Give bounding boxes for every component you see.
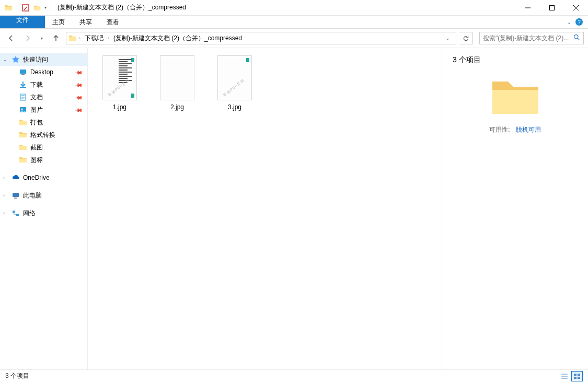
maximize-button[interactable] (540, 0, 564, 16)
desktop-icon (19, 68, 27, 76)
sidebar-onedrive[interactable]: › OneDrive (0, 171, 87, 184)
nav-back-button[interactable] (4, 31, 18, 45)
chevron-right-icon[interactable]: › (3, 193, 5, 198)
pin-icon: 📌 (75, 68, 83, 76)
sidebar-this-pc[interactable]: › 此电脑 (0, 189, 87, 202)
ribbon-tabs: 文件 主页 共享 查看 ⌄ ? (0, 16, 588, 29)
thumbnail: 极速PDF文档 (217, 55, 252, 100)
chevron-right-icon[interactable]: › (79, 36, 80, 41)
sidebar-quick-access[interactable]: ⌄ 快速访问 (0, 53, 87, 66)
svg-rect-13 (574, 374, 577, 376)
chevron-down-icon[interactable]: ⌄ (3, 57, 7, 62)
sidebar-item[interactable]: 格式转换 (0, 129, 87, 141)
view-details-button[interactable] (559, 371, 570, 381)
minimize-button[interactable] (516, 0, 540, 16)
tab-share[interactable]: 共享 (72, 16, 99, 28)
sidebar-item[interactable]: 截图 (0, 141, 87, 154)
sidebar-network[interactable]: › 网络 (0, 207, 87, 219)
thumbnail (160, 55, 194, 100)
sidebar-item[interactable]: 文档📌 (0, 91, 87, 103)
sidebar-item-label: 打包 (30, 118, 43, 127)
status-text: 3 个项目 (5, 372, 29, 380)
folder-icon (19, 131, 27, 139)
title-bar: ▾ (复制)-新建文本文档 (2)（合并）_compressed (0, 0, 588, 16)
sidebar-item[interactable]: Desktop📌 (0, 66, 87, 78)
sidebar-item[interactable]: 图标 (0, 154, 87, 166)
svg-rect-11 (13, 211, 15, 213)
svg-rect-12 (16, 214, 19, 216)
nav-recent-button[interactable]: ▾ (38, 31, 46, 45)
nav-pane: ⌄ 快速访问 Desktop📌下载📌文档📌图片📌打包格式转换截图图标 › One… (0, 48, 88, 369)
sidebar-item-label: OneDrive (23, 174, 50, 181)
file-item[interactable]: 2.jpg (155, 55, 200, 111)
details-title: 3 个项目 (453, 55, 578, 65)
thumbnail: 极速PDF文档 (102, 55, 137, 100)
search-input[interactable] (483, 34, 571, 42)
pictures-icon (19, 106, 27, 114)
network-icon (11, 209, 20, 217)
sidebar-item-label: 截图 (30, 143, 43, 152)
address-bar[interactable]: › 下载吧 › (复制)-新建文本文档 (2)（合并）_compressed ⌄ (66, 32, 456, 44)
svg-rect-10 (14, 198, 17, 199)
svg-rect-3 (20, 70, 26, 74)
close-button[interactable] (564, 0, 588, 16)
window-title: (复制)-新建文本文档 (2)（合并）_compressed (57, 3, 186, 12)
sidebar-item-label: 文档 (30, 93, 43, 102)
file-item[interactable]: 极速PDF文档 3.jpg (212, 55, 257, 111)
tab-home[interactable]: 主页 (45, 16, 72, 28)
help-icon[interactable]: ? (575, 18, 583, 26)
folder-icon (19, 156, 27, 164)
tab-view[interactable]: 查看 (99, 16, 126, 28)
details-pane: 3 个项目 可用性: 脱机可用 (442, 48, 588, 369)
folder-icon (490, 75, 540, 116)
qat-properties-icon[interactable] (21, 4, 30, 12)
search-box[interactable] (479, 32, 584, 44)
nav-forward-button[interactable] (21, 31, 34, 45)
chevron-right-icon[interactable]: › (3, 175, 5, 180)
sidebar-item-label: 图标 (30, 156, 43, 165)
sidebar-item[interactable]: 图片📌 (0, 103, 87, 116)
file-name: 3.jpg (228, 103, 241, 111)
sidebar-item-label: 下载 (30, 80, 43, 89)
svg-point-8 (21, 109, 23, 110)
svg-rect-1 (550, 5, 555, 10)
address-dropdown-icon[interactable]: ⌄ (442, 36, 454, 41)
file-name: 1.jpg (113, 103, 126, 111)
view-large-icons-button[interactable] (571, 371, 583, 381)
downloads-icon (19, 80, 27, 89)
svg-rect-4 (21, 74, 25, 75)
folder-icon (19, 143, 27, 152)
ribbon-expand-icon[interactable]: ⌄ (567, 19, 571, 25)
pin-icon: 📌 (75, 80, 83, 89)
breadcrumb[interactable]: (复制)-新建文本文档 (2)（合并）_compressed (111, 32, 244, 44)
pin-icon: 📌 (75, 93, 83, 101)
refresh-button[interactable] (459, 32, 473, 44)
divider (17, 4, 17, 12)
file-list[interactable]: 极速PDF文档 1.jpg 2.jpg 极速PDF文档 3.jpg (88, 48, 442, 369)
status-bar: 3 个项目 (0, 369, 588, 382)
star-icon (11, 55, 20, 64)
svg-rect-15 (574, 377, 577, 379)
cloud-icon (11, 173, 20, 182)
sidebar-item[interactable]: 下载📌 (0, 78, 87, 91)
tab-file[interactable]: 文件 (0, 16, 45, 28)
svg-point-2 (574, 35, 578, 39)
folder-icon[interactable] (33, 4, 41, 12)
sidebar-item-label: 网络 (23, 209, 36, 218)
svg-rect-14 (578, 374, 580, 376)
search-icon[interactable] (573, 34, 580, 42)
qat-dropdown-icon[interactable]: ▾ (44, 5, 47, 10)
sidebar-item-label: Desktop (30, 68, 53, 76)
file-item[interactable]: 极速PDF文档 1.jpg (97, 55, 142, 111)
sidebar-item-label: 快速访问 (23, 55, 48, 64)
nav-row: ▾ › 下载吧 › (复制)-新建文本文档 (2)（合并）_compressed… (0, 29, 588, 48)
sidebar-item[interactable]: 打包 (0, 116, 87, 129)
pin-icon: 📌 (75, 106, 83, 114)
availability-label: 可用性: (489, 126, 510, 133)
breadcrumb[interactable]: 下载吧 (83, 32, 106, 44)
svg-rect-16 (578, 377, 580, 379)
folder-icon (68, 34, 77, 42)
chevron-right-icon[interactable]: › (3, 211, 5, 216)
chevron-right-icon[interactable]: › (108, 36, 109, 41)
nav-up-button[interactable] (49, 31, 63, 45)
